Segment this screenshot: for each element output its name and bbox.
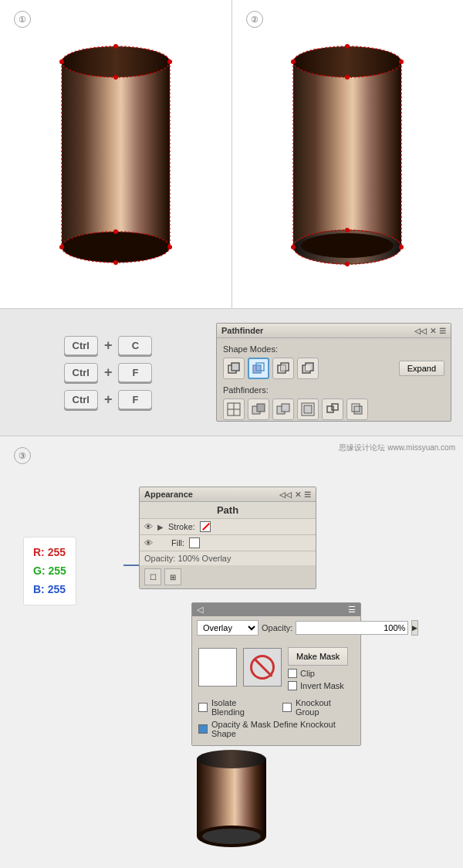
fill-label: Fill: (171, 538, 184, 548)
svg-rect-54 (197, 759, 266, 836)
key-ctrl-3: Ctrl (64, 390, 98, 409)
opacity-input[interactable] (296, 621, 408, 635)
merge-btn[interactable] (272, 398, 294, 420)
mask-right-controls: Make Mask Clip Invert Mask (288, 643, 348, 690)
cylinder-1-container (54, 39, 177, 270)
svg-point-14 (113, 260, 118, 265)
svg-point-55 (197, 750, 266, 768)
transparency-menu-icon[interactable]: ☰ (348, 605, 356, 615)
close-icon[interactable]: ✕ (430, 327, 436, 335)
shortcut-panel: Ctrl + C Ctrl + F Ctrl + F (0, 309, 216, 436)
cylinder-panel-2: ② (232, 0, 464, 308)
svg-rect-15 (293, 62, 401, 247)
appearance-stroke-row: 👁 ▶ Stroke: (140, 519, 316, 535)
minimize-icon[interactable]: ◁◁ (414, 327, 427, 335)
svg-rect-32 (231, 363, 239, 371)
transparency-panel: ◁ ☰ Overlay Opacity: ▶ Make Mask Clip (191, 602, 361, 746)
clip-label: Clip (300, 669, 315, 678)
expand-button[interactable]: Expand (399, 361, 444, 376)
knockout-group-checkbox[interactable] (282, 703, 292, 712)
middle-section: Ctrl + C Ctrl + F Ctrl + F Pathfinder ◁◁… (0, 309, 463, 436)
duplicate-btn[interactable]: ⊞ (164, 568, 181, 585)
cylinder-panel-1: ① (0, 0, 232, 308)
svg-point-57 (202, 829, 261, 844)
svg-rect-47 (282, 404, 289, 412)
crop-btn[interactable] (297, 398, 319, 420)
rgb-g-value: G: 255 (33, 562, 66, 581)
svg-rect-33 (253, 365, 261, 373)
shortcut-row-1: Ctrl + C (64, 336, 153, 355)
shape-modes-label: Shape Modes: (223, 344, 444, 354)
svg-rect-0 (62, 62, 170, 247)
outline-btn[interactable] (322, 398, 343, 420)
mask-icon-container (243, 648, 282, 687)
clip-checkbox[interactable] (288, 669, 297, 678)
appearance-bottom-row: ☐ ⊞ (140, 565, 316, 588)
svg-point-9 (59, 245, 64, 249)
unite-btn[interactable] (223, 358, 245, 379)
appearance-opacity-row: Opacity: 100% Overlay (140, 551, 316, 565)
pathfinder-titlebar-buttons: ◁◁ ✕ ☰ (414, 327, 446, 335)
svg-point-7 (59, 59, 64, 64)
appearance-close-icon[interactable]: ✕ (295, 490, 301, 499)
appearance-panel: Appearance ◁◁ ✕ ☰ Path 👁 ▶ Stroke: 👁 Fil… (139, 487, 316, 589)
svg-point-30 (345, 262, 350, 266)
svg-point-8 (167, 59, 172, 64)
fill-color-swatch[interactable] (189, 537, 200, 548)
svg-point-12 (113, 75, 118, 80)
pathfinder-title: Pathfinder (221, 326, 263, 335)
path-label: Path (217, 504, 238, 516)
cylinder-1-svg (54, 39, 177, 270)
blend-mode-select[interactable]: Overlay (197, 620, 259, 636)
exclude-btn[interactable] (297, 358, 319, 379)
step-2-number: ② (246, 11, 263, 28)
rgb-r-value: R: 255 (33, 544, 66, 562)
opacity-arrow-btn[interactable]: ▶ (411, 620, 418, 636)
svg-point-11 (113, 44, 118, 49)
svg-rect-50 (327, 406, 333, 412)
invert-mask-checkbox[interactable] (288, 681, 297, 690)
mask-thumbnail (198, 648, 237, 687)
divide-btn[interactable] (223, 398, 245, 420)
svg-point-23 (291, 59, 296, 64)
trim-btn[interactable] (248, 398, 269, 420)
svg-point-27 (345, 44, 350, 49)
top-cylinders-section: ① (0, 0, 463, 309)
stroke-expand-arrow[interactable]: ▶ (157, 523, 164, 531)
trans-bottom: Isolate Blending Knockout Group Opacity … (192, 694, 360, 745)
make-mask-button[interactable]: Make Mask (288, 647, 348, 666)
shortcut-row-2: Ctrl + F (64, 363, 153, 382)
appearance-titlebar: Appearance ◁◁ ✕ ☰ (140, 487, 316, 502)
pathfinders-row (223, 398, 444, 420)
trans-controls-row: Overlay Opacity: ▶ (192, 616, 360, 639)
svg-point-10 (167, 245, 172, 249)
svg-rect-52 (354, 406, 362, 414)
rgb-b-value: B: 255 (33, 581, 66, 599)
plus-3: + (104, 392, 113, 408)
appearance-menu-icon[interactable]: ☰ (304, 490, 311, 499)
mask-section: Make Mask Clip Invert Mask (192, 639, 360, 694)
key-f-2: F (118, 390, 152, 409)
new-item-btn[interactable]: ☐ (144, 568, 161, 585)
intersect-btn[interactable] (272, 358, 294, 379)
minus-back-btn[interactable] (346, 398, 368, 420)
cylinder-2-container (286, 39, 409, 270)
pathfinders-label: Pathfinders: (223, 385, 444, 395)
isolate-blending-checkbox[interactable] (198, 703, 208, 712)
transparency-collapse-icon[interactable]: ◁ (197, 605, 203, 615)
minus-front-btn[interactable] (248, 358, 269, 379)
bottom-cylinder-container (193, 750, 270, 853)
svg-rect-49 (304, 405, 312, 413)
clip-row: Clip (288, 669, 348, 678)
knockout-group-label: Knockout Group (296, 698, 354, 717)
stroke-label: Stroke: (168, 522, 195, 531)
opacity-text-label: Opacity: (262, 623, 292, 632)
isolate-blending-row: Isolate Blending Knockout Group (198, 698, 354, 717)
svg-point-26 (399, 245, 404, 249)
svg-point-13 (113, 229, 118, 234)
opacity-mask-checkbox[interactable] (198, 724, 208, 734)
menu-icon[interactable]: ☰ (439, 327, 446, 335)
bottom-section: ③ 思缘设计论坛 www.missyuan.com R: 255 G: 255 … (0, 436, 463, 868)
stroke-color-swatch[interactable] (200, 521, 211, 532)
appearance-collapse-icon[interactable]: ◁◁ (279, 490, 292, 499)
